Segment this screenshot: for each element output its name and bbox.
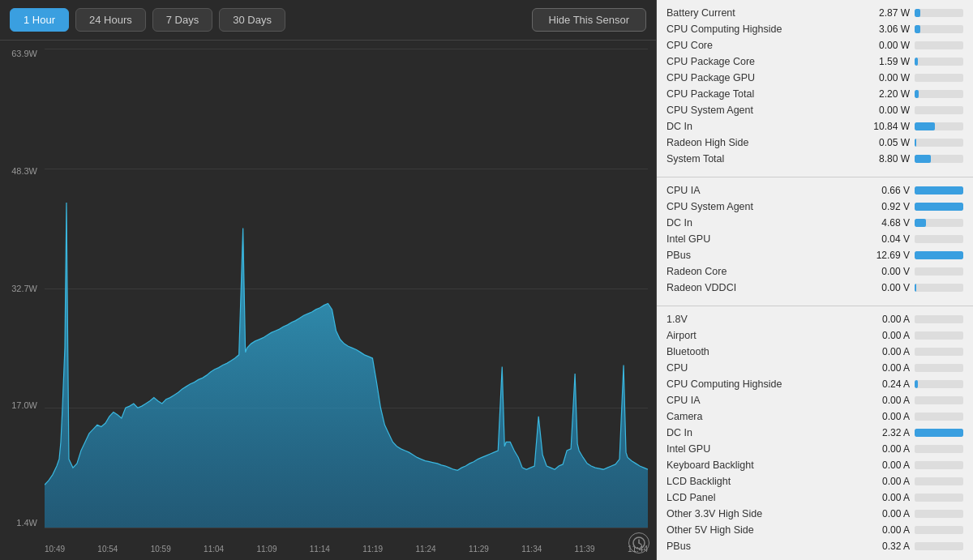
sensor-row[interactable]: Other 3.3V High Side0.00 A — [657, 506, 973, 522]
sensor-row[interactable]: PBus0.32 A — [657, 538, 973, 554]
sensor-name: CPU IA — [667, 395, 854, 406]
sensor-name: 1.8V — [667, 314, 854, 325]
sensor-name: LCD Panel — [667, 492, 854, 503]
sensor-row[interactable]: Bluetooth0.00 A — [657, 344, 973, 360]
y-label-4: 17.0W — [11, 400, 37, 410]
sensor-bar-wrap — [915, 396, 963, 404]
sensor-row[interactable]: Battery Current2.87 W — [657, 5, 973, 21]
sensor-value: 0.92 V — [854, 201, 915, 212]
sensor-name: CPU — [667, 362, 854, 374]
sensor-bar-wrap — [915, 58, 963, 66]
sensor-name: Intel GPU — [667, 233, 854, 245]
chart-inner — [45, 49, 648, 528]
sensor-row[interactable]: CPU IA0.66 V — [657, 182, 973, 199]
sensor-name: Airport — [667, 330, 854, 341]
sensor-bar-wrap — [915, 139, 963, 147]
x-axis-labels: 10:49 10:54 10:59 11:04 11:09 11:14 11:1… — [45, 545, 648, 554]
svg-line-2 — [639, 543, 641, 545]
x-label-9: 11:34 — [521, 545, 542, 554]
sensor-bar — [915, 58, 918, 66]
sensor-row[interactable]: CPU Package Total2.20 W — [657, 86, 973, 102]
sensor-value: 0.24 A — [854, 378, 915, 390]
btn-30days[interactable]: 30 Days — [219, 8, 285, 32]
sensor-row[interactable]: Radeon Core0.00 V — [657, 263, 973, 280]
sensor-row[interactable]: PBus12.69 V — [657, 247, 973, 263]
sensor-bar-wrap — [915, 445, 963, 453]
sensor-row[interactable]: DC In2.32 A — [657, 425, 973, 441]
sensor-name: Bluetooth — [667, 346, 854, 357]
sensor-row[interactable]: CPU Package GPU0.00 W — [657, 70, 973, 86]
sensor-row[interactable]: 1.8V0.00 A — [657, 311, 973, 327]
sensor-row[interactable]: Intel GPU0.00 A — [657, 441, 973, 457]
sensor-value: 2.20 W — [854, 88, 915, 100]
sensor-bar-wrap — [915, 106, 963, 114]
sensor-row[interactable]: Camera0.00 A — [657, 408, 973, 425]
sensor-bar-wrap — [915, 74, 963, 82]
sensor-row[interactable]: Keyboard Backlight0.00 A — [657, 457, 973, 473]
sensor-value: 0.00 A — [854, 443, 915, 455]
sensor-value: 12.69 V — [854, 250, 915, 261]
sensor-value: 1.59 W — [854, 56, 915, 67]
sensor-row[interactable]: CPU Computing Highside0.24 A — [657, 376, 973, 392]
sensor-name: Other 3.3V High Side — [667, 508, 854, 519]
x-label-4: 11:09 — [256, 545, 276, 554]
sensor-bar — [915, 251, 963, 259]
sensor-row[interactable]: Intel GPU0.04 V — [657, 231, 973, 247]
sensor-name: Other 5V High Side — [667, 524, 854, 536]
sensor-name: Intel GPU — [667, 443, 854, 455]
sensor-value: 0.00 A — [854, 492, 915, 503]
btn-1hour[interactable]: 1 Hour — [10, 8, 69, 32]
sensor-row[interactable]: CPU0.00 A — [657, 360, 973, 376]
sensor-row[interactable]: DC In4.68 V — [657, 215, 973, 231]
sensor-name: Radeon High Side — [667, 137, 854, 148]
sensor-row[interactable]: Other 5V High Side0.00 A — [657, 522, 973, 538]
sensor-name: CPU Computing Highside — [667, 24, 854, 35]
sensor-row[interactable]: Radeon VDDCI0.00 V — [657, 280, 973, 296]
sensor-bar-wrap — [915, 461, 963, 469]
sensor-value: 0.00 W — [854, 105, 915, 116]
hide-sensor-button[interactable]: Hide This Sensor — [532, 8, 646, 32]
sensor-value: 0.00 A — [854, 395, 915, 406]
clock-icon[interactable] — [628, 532, 649, 554]
sensor-row[interactable]: System Total8.80 W — [657, 151, 973, 167]
x-label-8: 11:29 — [469, 545, 489, 554]
sensor-row[interactable]: CPU Core0.00 W — [657, 37, 973, 53]
sensor-bar — [915, 25, 920, 33]
sensor-row[interactable]: Airport0.00 A — [657, 327, 973, 344]
sensor-value: 0.00 A — [854, 411, 915, 422]
sensor-row[interactable]: CPU System Agent0.92 V — [657, 199, 973, 215]
x-label-3: 11:04 — [204, 545, 224, 554]
sensor-name: Radeon Core — [667, 266, 854, 277]
sensor-bar — [915, 429, 963, 437]
sensor-bar-wrap — [915, 348, 963, 356]
sensor-value: 0.00 A — [854, 330, 915, 341]
sensor-name: CPU Package GPU — [667, 72, 854, 83]
sensor-bar — [915, 90, 919, 98]
sensor-row[interactable]: CPU System Agent0.00 W — [657, 102, 973, 118]
y-label-2: 48.3W — [11, 166, 37, 176]
sensor-row[interactable]: LCD Panel0.00 A — [657, 489, 973, 506]
sensor-value: 0.66 V — [854, 185, 915, 196]
sensor-name: CPU IA — [667, 185, 854, 196]
sensor-bar — [915, 122, 935, 130]
sensor-value: 3.06 W — [854, 24, 915, 35]
sensor-row[interactable]: CPU Package Core1.59 W — [657, 53, 973, 70]
sensor-bar — [915, 380, 918, 388]
btn-24hours[interactable]: 24 Hours — [75, 8, 146, 32]
sensor-row[interactable]: CPU Computing Highside3.06 W — [657, 21, 973, 37]
sensor-name: DC In — [667, 427, 854, 438]
btn-7days[interactable]: 7 Days — [152, 8, 212, 32]
sensor-row[interactable]: LCD Backlight0.00 A — [657, 473, 973, 489]
sensor-row[interactable]: CPU IA0.00 A — [657, 392, 973, 408]
x-label-0: 10:49 — [45, 545, 65, 554]
sensor-bar — [915, 186, 963, 195]
sensor-row[interactable]: DC In10.84 W — [657, 118, 973, 135]
sensor-row[interactable]: Radeon High Side0.05 W — [657, 135, 973, 151]
sensor-name: CPU System Agent — [667, 105, 854, 116]
sensor-name: CPU Package Total — [667, 88, 854, 100]
sensor-value: 0.05 W — [854, 137, 915, 148]
sensor-bar-wrap — [915, 203, 963, 211]
sensor-value: 0.00 W — [854, 40, 915, 51]
sensor-value: 0.00 A — [854, 508, 915, 519]
sensor-name: Keyboard Backlight — [667, 460, 854, 471]
